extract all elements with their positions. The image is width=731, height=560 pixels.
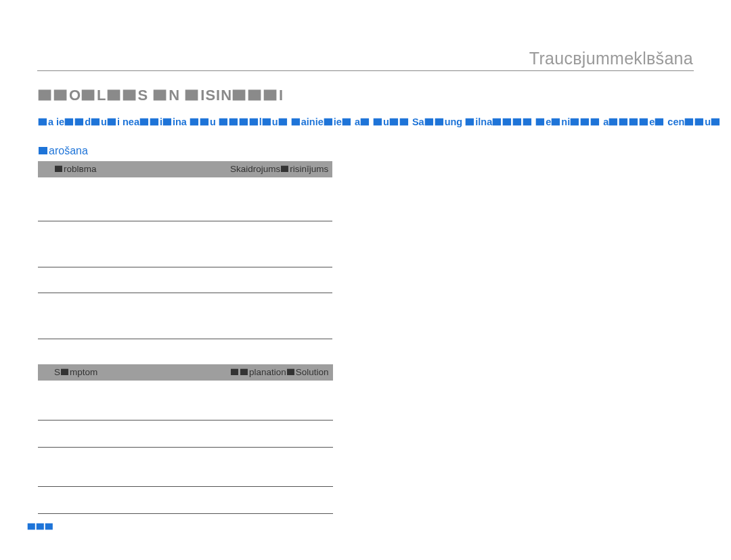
table-row [38, 381, 333, 420]
header-breadcrumb: Traucвjummeklвšana [529, 49, 693, 68]
page: Traucвjummeklвšana ⯀⯀O⯀L⯀⯀S ⯀N ⯀ISIN⯀⯀⯀I… [0, 0, 731, 560]
column-header-explanation: ⯀⯀planation⯀Solution [214, 364, 333, 381]
table-row [38, 267, 332, 293]
section-barošana-label: ⯀arošana [38, 145, 88, 157]
problems-table-1: ⯀roblвma Skaidrojums⯀risinījums [38, 161, 332, 339]
table-header-row: ⯀roblвma Skaidrojums⯀risinījums [38, 161, 332, 177]
notice-text: ⯀a ie⯀⯀d⯀u⯀i nea⯀⯀i⯀ina ⯀⯀u ⯀⯀⯀⯀l⯀u⯀ ⯀ai… [38, 116, 704, 127]
page-number: ⯀⯀⯀ [27, 521, 53, 532]
table-header-row: S⯀mptom ⯀⯀planation⯀Solution [38, 364, 333, 381]
table-row [38, 177, 332, 221]
column-header-symptom: S⯀mptom [38, 364, 214, 381]
table-row [38, 447, 333, 486]
problems-table-2: S⯀mptom ⯀⯀planation⯀Solution [38, 364, 333, 514]
table-row [38, 221, 332, 267]
table-row [38, 293, 332, 339]
header-divider [37, 70, 694, 71]
table-row [38, 420, 333, 447]
table-row [38, 486, 333, 513]
page-title: ⯀⯀O⯀L⯀⯀S ⯀N ⯀ISIN⯀⯀⯀I [38, 87, 284, 104]
column-header-problem: ⯀roblвma [38, 161, 214, 177]
column-header-solution: Skaidrojums⯀risinījums [214, 161, 332, 177]
